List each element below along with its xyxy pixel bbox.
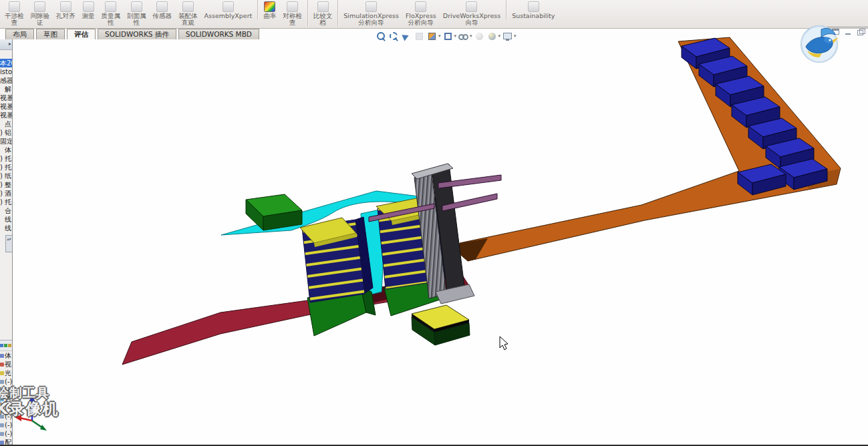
feature-tree-item-label: ) 酒 <box>0 190 11 197</box>
command-tab[interactable]: SOLIDWORKS 插件 <box>98 29 176 39</box>
zoom-fit-icon[interactable] <box>376 31 387 42</box>
apply-scene-icon[interactable] <box>486 31 498 42</box>
view-orientation-icon[interactable] <box>426 31 438 42</box>
feature-tree-item[interactable]: isto <box>0 67 12 76</box>
recorder-bird-logo <box>799 24 841 65</box>
tree-item[interactable]: (-) <box>0 429 12 438</box>
previous-view-icon[interactable] <box>401 31 412 42</box>
tree-item[interactable]: 体 <box>0 351 12 360</box>
ribbon-button[interactable]: 间隙验 证 <box>27 0 53 26</box>
display-style-icon[interactable] <box>442 31 454 42</box>
command-tab[interactable]: 草图 <box>36 29 65 39</box>
feature-tree-item-label: 感器 <box>0 77 12 84</box>
feature-tree-item-label: ) 托 <box>0 198 11 206</box>
feature-tree-item[interactable]: 点 <box>0 120 12 128</box>
command-tab-label: 草图 <box>43 30 57 38</box>
headsup-view-toolbar: ▾ ▾ ▾ ▾ ▾ <box>376 30 518 42</box>
feature-manager-header[interactable]: ▸ <box>0 39 12 50</box>
feature-tree-item[interactable]: 合 <box>0 206 12 215</box>
command-tab[interactable]: SOLIDWORKS MBD <box>178 29 259 39</box>
feature-tree-item[interactable]: 固定 <box>0 137 12 146</box>
ribbon-button-icon <box>83 1 94 12</box>
feature-tree-item[interactable]: ) 托 <box>0 154 12 163</box>
ribbon-button[interactable]: 质量属 性 <box>98 0 124 26</box>
expand-arrow-icon[interactable]: ▸ <box>9 41 11 47</box>
ribbon-button[interactable]: FloXpress 分析向导 <box>402 0 440 26</box>
dropdown-caret-icon[interactable]: ▾ <box>470 33 472 39</box>
feature-tree-item[interactable]: 视基 <box>0 111 12 120</box>
dropdown-caret-icon[interactable]: ▾ <box>454 33 457 39</box>
dropdown-caret-icon[interactable]: ▾ <box>514 33 517 39</box>
section-view-icon[interactable] <box>414 31 425 42</box>
dropdown-caret-icon[interactable]: ▾ <box>438 33 441 39</box>
feature-tree-item[interactable]: 线 <box>0 224 12 232</box>
watermark-line2: K录像机 <box>0 399 59 419</box>
command-tab-label: SOLIDWORKS 插件 <box>105 30 169 38</box>
feature-tree-item[interactable]: 视基 <box>0 93 12 102</box>
minimize-icon[interactable] <box>844 28 853 35</box>
ribbon-button-icon <box>182 1 194 12</box>
feature-tree-item[interactable]: 线 <box>0 215 12 224</box>
filter-icon <box>0 344 3 347</box>
tree-item-label: 配 <box>5 439 11 446</box>
feature-tree-item[interactable]: ) 托 <box>0 198 12 206</box>
ribbon-button-label-line1: 传感器 <box>153 13 172 19</box>
ribbon-button[interactable]: 比较文 档 <box>307 0 336 26</box>
ribbon-button-label-line2: 分析向导 <box>408 19 434 26</box>
ribbon-button-label-line1: Sustainability <box>512 13 555 19</box>
display-pane-header[interactable] <box>0 340 12 351</box>
panel-splitter-handle[interactable]: ▴▾ <box>5 235 13 252</box>
tree-item[interactable]: 配 <box>0 438 12 446</box>
tree-item-label: 光 <box>5 369 11 377</box>
feature-tree-item-label: 视基 <box>0 103 12 110</box>
feature-tree-item-label: 视基 <box>0 112 12 119</box>
feature-tree-item[interactable]: ) 整 <box>0 180 12 189</box>
command-tab[interactable]: 布局 <box>5 29 34 39</box>
dropdown-caret-icon[interactable]: ▾ <box>498 33 501 39</box>
ribbon-button[interactable]: AssemblyXpert <box>201 0 256 19</box>
command-tab[interactable]: 评估 <box>67 29 96 39</box>
feature-tree-item[interactable]: ) 酒 <box>0 189 12 198</box>
ribbon-button-icon <box>466 1 477 12</box>
tree-item[interactable]: 视 <box>0 360 12 369</box>
tree-item-icon <box>0 380 4 384</box>
ribbon-button[interactable]: DriveWorksXpress 向导 <box>440 0 504 26</box>
ribbon-button[interactable]: 剖面属 性 <box>124 0 150 26</box>
tree-item-label: 体 <box>5 352 11 359</box>
ribbon-button[interactable]: 曲率 <box>257 0 279 19</box>
feature-tree-item-label: 点 <box>5 120 11 128</box>
graphics-viewport[interactable] <box>13 39 868 446</box>
feature-tree-item[interactable]: 感器 <box>0 76 12 85</box>
tree-item-icon <box>0 354 4 358</box>
ribbon-button[interactable]: 干涉检 查 <box>1 0 27 26</box>
tree-item[interactable]: 光 <box>0 369 12 377</box>
zoom-area-icon[interactable] <box>388 31 400 42</box>
ribbon-button-label-line2: 直观 <box>182 19 194 26</box>
ribbon-button[interactable]: 孔对齐 <box>53 0 79 19</box>
feature-tree-item[interactable] <box>0 50 12 59</box>
feature-tree-item[interactable]: 本20 <box>0 59 12 67</box>
edit-appearance-icon[interactable] <box>474 31 485 42</box>
feature-tree-item[interactable]: ) 铝 <box>0 128 12 137</box>
ribbon-button-icon <box>528 1 539 12</box>
feature-tree-item[interactable]: ) 托 <box>0 163 12 172</box>
feature-tree-item[interactable]: 解 <box>0 85 12 93</box>
feature-tree-item-label: 体 <box>5 146 11 154</box>
ribbon-button[interactable]: 装配体 直观 <box>175 0 201 26</box>
ribbon-button[interactable]: Sustainability <box>506 0 558 19</box>
feature-tree-item-label: 线 <box>5 216 11 223</box>
feature-tree-item[interactable]: ) 纸 <box>0 172 12 180</box>
feature-tree-item[interactable]: 视基 <box>0 102 12 111</box>
view-settings-icon[interactable] <box>502 31 513 42</box>
ribbon-button-icon <box>223 1 234 12</box>
ribbon-button[interactable]: 测量 <box>79 0 98 19</box>
ribbon-button[interactable]: 传感器 <box>150 0 176 19</box>
feature-tree-item-label: ) 托 <box>0 155 11 162</box>
hide-show-items-icon[interactable] <box>458 31 469 42</box>
ribbon-button[interactable]: SimulationXpress 分析向导 <box>337 0 402 26</box>
tree-item[interactable]: (-) <box>0 421 12 429</box>
cascade-icon[interactable] <box>857 28 865 35</box>
feature-tree-item[interactable]: 体 <box>0 146 12 154</box>
appearance-icon <box>4 344 7 347</box>
ribbon-button[interactable]: 对称检 查 <box>279 0 305 26</box>
